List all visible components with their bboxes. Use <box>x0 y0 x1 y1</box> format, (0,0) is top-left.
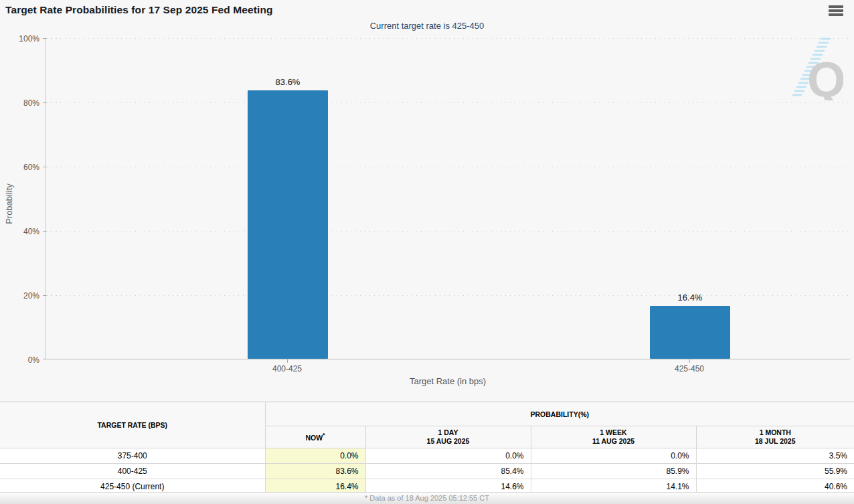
table-row: 400-425 83.6% 85.4% 85.9% 55.9% <box>0 464 854 479</box>
xtick-label-400-425: 400-425 <box>234 364 341 373</box>
table-row: 375-400 0.0% 0.0% 0.0% 3.5% <box>0 448 854 464</box>
asterisk: * <box>323 432 325 438</box>
ytick-label: 0% <box>5 355 39 365</box>
y-axis-title: Probability <box>4 164 14 244</box>
gridline-80 <box>46 102 851 103</box>
x-axis-title: Target Rate (in bps) <box>46 376 850 386</box>
bar-value-label: 16.4% <box>678 292 703 303</box>
1month-cell: 3.5% <box>696 448 854 464</box>
col-header-1-day: 1 DAY 15 AUG 2025 <box>365 426 531 448</box>
col-header-target-rate: TARGET RATE (BPS) <box>0 402 265 448</box>
hamburger-menu-icon[interactable] <box>829 5 845 17</box>
rate-cell: 400-425 <box>0 464 265 479</box>
bar-value-label: 83.6% <box>276 77 301 87</box>
chart-subtitle: Current target rate is 425-450 <box>0 21 854 31</box>
1month-cell: 55.9% <box>696 464 854 479</box>
data-as-of-note: * Data as of 18 Aug 2025 05:12:55 CT <box>0 492 854 504</box>
gridline-40 <box>46 231 851 232</box>
col-header-1-month: 1 MONTH 18 JUL 2025 <box>696 426 854 448</box>
ytick-label: 20% <box>5 291 39 301</box>
1day-cell: 0.0% <box>365 448 531 464</box>
plot-area: 0% 20% 40% 60% 80% 100% Probability 83.6… <box>46 38 850 359</box>
probability-bar-chart: 0% 20% 40% 60% 80% 100% Probability 83.6… <box>0 33 854 402</box>
ytick-label: 80% <box>5 98 39 108</box>
bar-slot-400-425: 83.6% <box>248 77 328 359</box>
rate-cell: 375-400 <box>0 448 265 464</box>
bar-425-450[interactable] <box>650 306 730 359</box>
svg-text:Q: Q <box>807 52 843 100</box>
col-header-now: NOW* <box>265 426 365 448</box>
gridline-60 <box>46 167 851 167</box>
header: Target Rate Probabilities for 17 Sep 202… <box>0 0 854 20</box>
bar-400-425[interactable] <box>248 90 328 359</box>
xtick-label-425-450: 425-450 <box>636 364 743 373</box>
quikstrike-watermark-logo: Q <box>791 36 843 100</box>
ytick-label: 100% <box>5 34 39 44</box>
probability-table: TARGET RATE (BPS) PROBABILITY(%) NOW* 1 … <box>0 402 854 495</box>
gridline-100 <box>46 38 851 39</box>
page-title: Target Rate Probabilities for 17 Sep 202… <box>5 4 273 16</box>
col-header-1-week: 1 WEEK 11 AUG 2025 <box>531 426 696 448</box>
1day-cell: 85.4% <box>365 464 531 479</box>
1week-cell: 0.0% <box>531 448 696 464</box>
1week-cell: 85.9% <box>531 464 696 479</box>
now-cell: 0.0% <box>265 448 365 464</box>
now-cell: 83.6% <box>265 464 365 479</box>
group-header-probability: PROBABILITY(%) <box>265 402 854 426</box>
bar-slot-425-450: 16.4% <box>650 292 730 359</box>
